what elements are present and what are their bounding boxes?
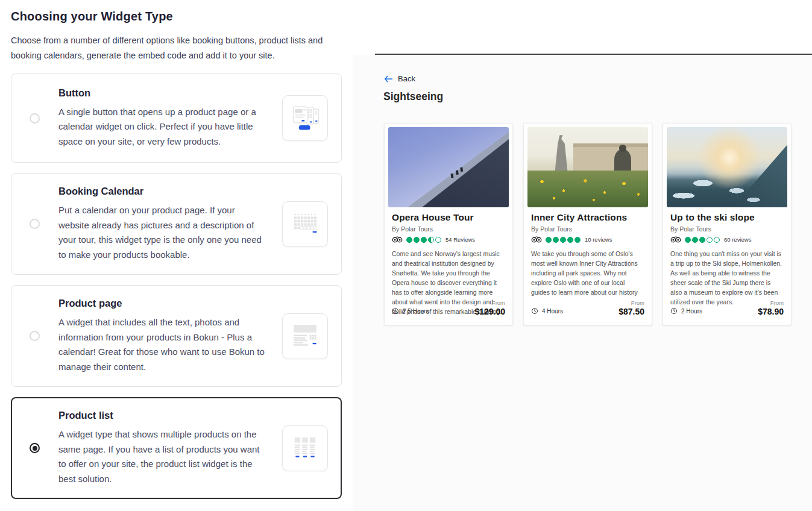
option-description: A single button that opens up a product …: [58, 105, 266, 149]
button-widget-icon: [282, 95, 328, 141]
review-count: 54 Reviews: [445, 236, 475, 243]
product-page-widget-icon: [282, 313, 328, 359]
preview-area: Back Sightseeing Opera House Tour By Pol…: [353, 55, 812, 511]
from-label: From: [758, 299, 784, 306]
product-price: $78.90: [758, 307, 784, 316]
widget-option-product-list[interactable]: Product list A widget type that shows mu…: [11, 397, 342, 499]
back-link[interactable]: Back: [384, 74, 415, 83]
tripadvisor-owl-icon: [670, 236, 681, 243]
clock-icon: [531, 307, 538, 315]
product-title: Up to the ski slope: [670, 212, 784, 223]
radio-product-list-option[interactable]: [30, 443, 40, 453]
product-price-block: From $129.00: [474, 299, 505, 316]
widget-preview-panel: Back Sightseeing Opera House Tour By Pol…: [353, 0, 812, 511]
product-duration: 2 Hours: [670, 307, 702, 316]
product-vendor: By Polar Tours: [531, 225, 644, 233]
product-duration: 4 Hours: [531, 307, 563, 316]
product-price: $87.50: [618, 307, 644, 316]
product-title: Opera House Tour: [392, 212, 505, 223]
review-count: 10 reviews: [585, 236, 612, 243]
product-image-opera-house: [388, 127, 509, 207]
product-rating: 10 reviews: [531, 236, 644, 243]
product-description: Come and see Norway's largest music and …: [392, 249, 505, 299]
tripadvisor-owl-icon: [531, 236, 542, 243]
from-label: From: [618, 299, 644, 306]
radio-booking-calendar-option[interactable]: [30, 219, 40, 229]
product-price: $129.00: [474, 307, 505, 316]
widget-option-booking-calendar[interactable]: Booking Calendar Put a calendar on your …: [11, 173, 342, 275]
product-vendor: By Polar Tours: [670, 225, 784, 233]
clock-icon: [670, 307, 678, 315]
tripadvisor-owl-icon: [392, 236, 403, 243]
page-description: Choose from a number of different option…: [11, 33, 336, 63]
option-description: Put a calendar on your product page. If …: [58, 203, 266, 262]
product-price-block: From $87.50: [618, 299, 644, 316]
page-title: Choosing your Widget Type: [11, 10, 342, 24]
product-image-inner-city: [527, 127, 648, 207]
product-price-block: From $78.90: [758, 299, 784, 316]
product-title: Inner City Attractions: [531, 212, 644, 223]
product-card-inner-city-attractions[interactable]: Inner City Attractions By Polar Tours 10: [523, 123, 652, 325]
from-label: From: [474, 299, 505, 306]
option-description: A widget that includes all the text, pho…: [58, 315, 266, 374]
product-description: One thing you can't miss on your visit i…: [670, 249, 784, 299]
product-duration: 2.5 Hours: [392, 307, 429, 316]
widget-option-product-page[interactable]: Product page A widget that includes all …: [11, 285, 342, 387]
clock-icon: [392, 307, 399, 315]
product-cards-row: Opera House Tour By Polar Tours 54 Revie: [384, 123, 792, 325]
product-card-up-to-the-ski-slope[interactable]: Up to the ski slope By Polar Tours 60 re: [663, 123, 792, 325]
product-rating: 54 Reviews: [392, 236, 505, 243]
product-rating: 60 reviews: [670, 236, 784, 243]
preview-title: Sightseeing: [383, 90, 443, 103]
calendar-widget-icon: [282, 201, 328, 247]
product-card-opera-house-tour[interactable]: Opera House Tour By Polar Tours 54 Revie: [384, 123, 513, 325]
option-description: A widget type that shows multiple produc…: [58, 427, 266, 486]
option-title: Button: [58, 87, 269, 99]
product-image-ski-slope: [667, 127, 787, 207]
back-label: Back: [398, 74, 415, 83]
product-vendor: By Polar Tours: [392, 225, 505, 233]
product-description: We take you through some of Oslo's most …: [531, 249, 644, 299]
review-count: 60 reviews: [724, 236, 751, 243]
widget-type-panel: Choosing your Widget Type Choose from a …: [0, 0, 353, 511]
radio-product-page-option[interactable]: [30, 331, 40, 341]
product-list-widget-icon: [282, 425, 328, 471]
widget-option-button[interactable]: Button A single button that opens up a p…: [11, 74, 342, 163]
option-title: Booking Calendar: [58, 186, 269, 197]
radio-button-option[interactable]: [30, 113, 40, 124]
option-title: Product page: [58, 298, 269, 309]
option-title: Product list: [58, 410, 269, 421]
back-arrow-icon: [384, 75, 392, 83]
